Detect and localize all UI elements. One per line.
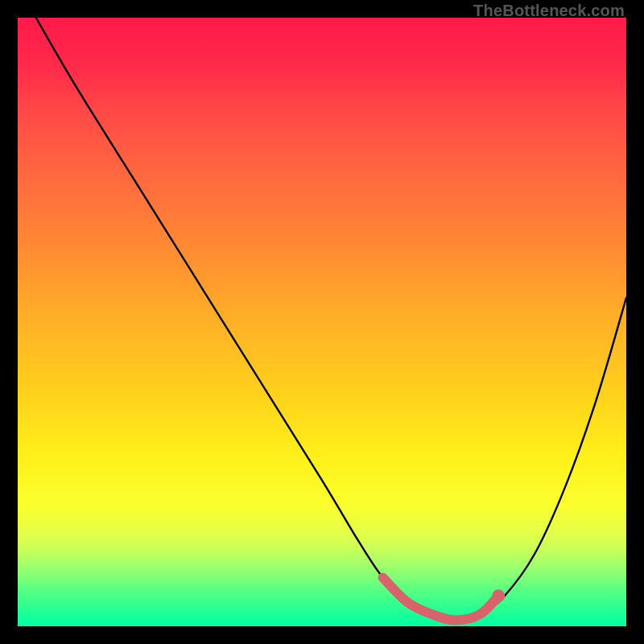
watermark-text: TheBottleneck.com: [473, 2, 625, 20]
chart-svg: [18, 18, 626, 626]
bottleneck-curve: [36, 18, 626, 620]
chart-frame: TheBottleneck.com: [0, 0, 644, 644]
highlight-segment: [383, 578, 499, 621]
highlight-dot: [492, 589, 505, 602]
plot-area: [18, 18, 626, 626]
